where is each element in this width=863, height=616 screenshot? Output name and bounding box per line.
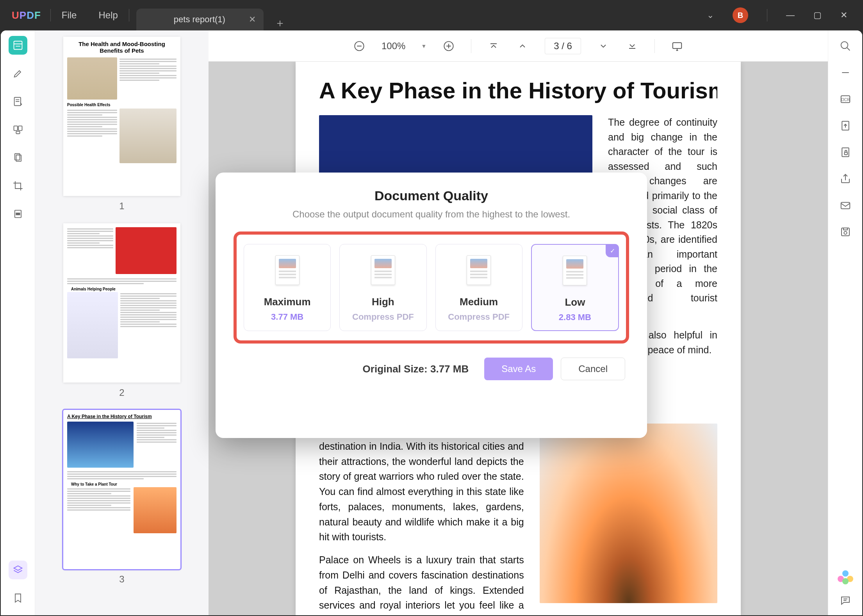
app-logo: UPDF xyxy=(12,9,41,21)
quality-option-medium[interactable]: Medium Compress PDF xyxy=(435,244,522,331)
cancel-button[interactable]: Cancel xyxy=(561,358,625,380)
reader-mode-icon[interactable] xyxy=(9,36,27,55)
svg-point-23 xyxy=(841,42,848,49)
first-page-icon[interactable] xyxy=(487,39,500,53)
zoom-in-icon[interactable] xyxy=(442,39,455,53)
thumbnail-page-3[interactable]: A Key Phase in the History of Tourism Wh… xyxy=(63,410,180,569)
svg-rect-9 xyxy=(14,154,20,160)
document-icon xyxy=(275,255,300,285)
svg-text:OCR: OCR xyxy=(841,98,849,102)
zoom-value: 100% xyxy=(382,41,405,52)
thumb-number: 3 xyxy=(47,574,197,585)
check-icon: ✓ xyxy=(606,244,619,257)
divider xyxy=(654,39,655,53)
quality-option-high[interactable]: High Compress PDF xyxy=(339,244,426,331)
page-paragraph: the royal land is the most sought after … xyxy=(319,424,524,615)
svg-rect-20 xyxy=(673,43,682,48)
close-icon[interactable]: ✕ xyxy=(840,10,847,20)
search-icon[interactable] xyxy=(838,39,852,53)
minus-icon[interactable] xyxy=(838,66,852,80)
redact-icon[interactable] xyxy=(9,205,27,223)
user-avatar[interactable]: B xyxy=(733,7,748,23)
thumb-title: A Key Phase in the History of Tourism xyxy=(67,414,177,419)
thumb-image xyxy=(67,422,134,468)
crop-icon[interactable] xyxy=(9,176,27,195)
add-tab-icon[interactable]: ＋ xyxy=(275,16,285,30)
document-icon xyxy=(563,256,587,285)
bookmark-icon[interactable] xyxy=(9,589,27,607)
dialog-title: Document Quality xyxy=(234,188,629,203)
share-icon[interactable] xyxy=(838,172,852,186)
tab-bar: pets report(1) ✕ ＋ xyxy=(136,0,285,30)
svg-rect-34 xyxy=(843,228,847,230)
thumb-subtitle: Why to Take a Plant Tour xyxy=(67,481,177,487)
layers-icon[interactable] xyxy=(9,561,27,579)
document-tab[interactable]: pets report(1) ✕ xyxy=(136,9,264,30)
maximize-icon[interactable]: ▢ xyxy=(813,10,822,20)
thumb-image xyxy=(134,487,177,533)
comment-icon[interactable] xyxy=(838,593,852,607)
close-tab-icon[interactable]: ✕ xyxy=(249,14,256,25)
menu-help[interactable]: Help xyxy=(87,10,128,21)
thumb-image xyxy=(67,292,118,358)
tab-title: pets report(1) xyxy=(174,14,225,25)
prev-page-icon[interactable] xyxy=(516,39,529,53)
save-as-button[interactable]: Save As xyxy=(484,358,553,380)
divider xyxy=(129,9,129,21)
original-size-label: Original Size: 3.77 MB xyxy=(363,363,469,375)
divider xyxy=(767,9,767,21)
zoom-dropdown-icon[interactable]: ▼ xyxy=(421,43,426,49)
thumbnail-panel: The Health and Mood-Boosting Benefits of… xyxy=(35,30,209,615)
dialog-subtitle: Choose the output document quality from … xyxy=(234,209,629,220)
svg-rect-10 xyxy=(16,155,21,161)
thumb-subtitle: Animals Helping People xyxy=(67,285,177,292)
ocr-icon[interactable]: OCR xyxy=(838,92,852,106)
thumbnail-page-1[interactable]: The Health and Mood-Boosting Benefits of… xyxy=(63,37,180,196)
thumb-subtitle: Possible Health Effects xyxy=(63,101,180,108)
thumb-number: 1 xyxy=(47,201,197,212)
email-icon[interactable] xyxy=(838,198,852,212)
thumbnail-page-2[interactable]: Animals Helping People xyxy=(63,223,180,383)
organize-pages-icon[interactable] xyxy=(9,120,27,139)
svg-rect-6 xyxy=(14,126,17,131)
document-quality-dialog: Document Quality Choose the output docum… xyxy=(216,173,647,438)
page-heading: A Key Phase in the History of Tourism xyxy=(319,73,717,115)
presentation-icon[interactable] xyxy=(670,39,684,53)
last-page-icon[interactable] xyxy=(626,39,639,53)
save-icon[interactable] xyxy=(838,225,852,239)
thumb-image xyxy=(67,57,117,100)
thumb-number: 2 xyxy=(47,387,197,398)
document-icon xyxy=(371,255,395,285)
svg-line-24 xyxy=(847,48,850,51)
zoom-out-icon[interactable] xyxy=(353,39,366,53)
protect-icon[interactable] xyxy=(838,145,852,159)
thumb-title: The Health and Mood-Boosting Benefits of… xyxy=(63,37,180,56)
thumb-image xyxy=(116,227,177,274)
edit-text-icon[interactable] xyxy=(9,92,27,111)
menu-file[interactable]: File xyxy=(51,10,88,21)
svg-rect-30 xyxy=(844,152,847,155)
ai-assistant-icon[interactable] xyxy=(838,570,852,584)
page-photo-eiffel xyxy=(540,424,717,603)
page-indicator[interactable]: 3 / 6 xyxy=(545,38,581,54)
svg-rect-7 xyxy=(18,126,22,131)
quality-option-maximum[interactable]: Maximum 3.77 MB xyxy=(244,244,331,331)
document-icon xyxy=(467,255,491,285)
svg-point-33 xyxy=(844,231,847,235)
next-page-icon[interactable] xyxy=(597,39,610,53)
chevron-down-icon[interactable]: ⌄ xyxy=(707,10,714,20)
convert-icon[interactable] xyxy=(838,119,852,133)
left-tool-strip xyxy=(1,30,35,615)
svg-rect-0 xyxy=(14,41,22,50)
svg-rect-12 xyxy=(16,213,20,215)
quality-option-low[interactable]: ✓ Low 2.83 MB xyxy=(531,244,619,331)
thumb-image xyxy=(119,109,177,163)
divider xyxy=(471,39,471,53)
right-tool-strip: OCR xyxy=(828,30,862,615)
title-bar: UPDF File Help pets report(1) ✕ ＋ ⌄ B — … xyxy=(0,0,863,30)
view-toolbar: 100% ▼ 3 / 6 xyxy=(209,30,828,62)
highlight-icon[interactable] xyxy=(9,64,27,83)
quality-options-highlight: Maximum 3.77 MB High Compress PDF Medium… xyxy=(234,231,629,344)
page-tools-icon[interactable] xyxy=(9,148,27,167)
minimize-icon[interactable]: — xyxy=(786,10,795,20)
